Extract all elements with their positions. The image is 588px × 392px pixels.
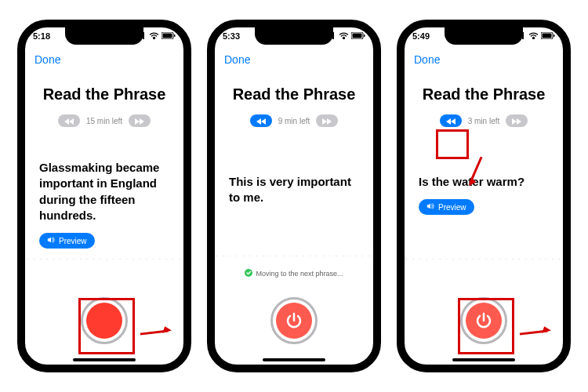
record-button[interactable] [270,297,318,344]
phrase-text: Glassmaking became important in England … [39,160,169,223]
preview-label: Preview [438,203,466,212]
svg-marker-32 [446,118,451,125]
home-indicator [452,358,515,361]
record-button[interactable] [460,297,507,344]
battery-icon [351,31,365,41]
check-icon [245,269,252,278]
status-text: Moving to the next phrase... [256,270,343,278]
status-message: Moving to the next phrase... [215,269,373,278]
svg-marker-10 [140,118,144,125]
wifi-icon [149,31,159,41]
wifi-icon [528,31,539,41]
svg-marker-9 [135,118,140,125]
speaker-icon [426,202,434,212]
notch [65,27,143,45]
timer-row: 3 min left [419,114,549,127]
home-indicator [263,358,325,361]
home-indicator [73,358,136,361]
rewind-icon [445,114,456,128]
content-area: Read the Phrase9 min leftThis is very im… [215,70,373,206]
phrase-text: This is very important to me. [229,174,359,206]
svg-rect-29 [543,34,552,38]
content-area: Read the Phrase15 min leftGlassmaking be… [25,70,183,249]
record-area [405,297,563,344]
done-button[interactable]: Done [34,53,60,66]
navbar: Done [25,49,183,70]
next-button[interactable] [506,114,528,127]
content-area: Read the Phrase3 min leftIs the water wa… [405,70,563,215]
svg-rect-5 [163,34,172,38]
waveform-placeholder: · · · · · · · · · · · · · · · · · · · · … [215,252,373,260]
svg-marker-31 [451,118,456,125]
record-area [25,297,183,344]
preview-button[interactable]: Preview [419,199,474,215]
record-area [215,297,373,344]
forward-icon [134,114,145,128]
previous-button[interactable] [250,114,272,127]
waveform-placeholder: · · · · · · · · · · · · · · · · · · · · … [25,256,183,263]
notch [445,27,523,45]
preview-label: Preview [59,237,87,245]
page-title: Read the Phrase [419,85,549,103]
record-button[interactable] [81,297,128,344]
svg-marker-34 [517,118,521,125]
svg-marker-8 [64,118,69,125]
record-indicator-icon [86,303,122,339]
rewind-icon [256,114,267,128]
stop-indicator-icon [466,303,502,339]
time-remaining: 9 min left [278,117,310,125]
svg-marker-21 [322,118,327,125]
battery-icon [541,31,555,41]
status-time: 5:49 [412,31,430,41]
notch [255,27,333,45]
forward-icon [321,114,332,128]
phone-screen-1: 5:18DoneRead the Phrase15 min leftGlassm… [17,20,191,372]
stop-indicator-icon [276,303,312,339]
timer-row: 15 min left [39,114,169,127]
page-title: Read the Phrase [229,85,359,103]
phone-screen-2: 5:33DoneRead the Phrase9 min leftThis is… [207,20,381,372]
next-button[interactable] [129,114,151,127]
previous-button[interactable] [58,114,80,127]
next-button[interactable] [316,114,338,127]
svg-marker-19 [261,118,266,125]
time-remaining: 15 min left [86,117,122,125]
svg-rect-30 [554,34,555,37]
speaker-icon [47,236,55,245]
previous-button[interactable] [440,114,462,127]
svg-marker-33 [512,118,517,125]
navbar: Done [215,49,373,70]
svg-rect-18 [364,34,365,37]
forward-icon [511,114,522,128]
status-time: 5:33 [223,31,240,41]
svg-rect-6 [174,34,176,37]
done-button[interactable]: Done [414,53,440,66]
phone-screen-3: 5:49DoneRead the Phrase3 min leftIs the … [397,20,571,372]
wifi-icon [339,31,349,41]
status-time: 5:18 [33,31,50,41]
rewind-icon [64,114,74,128]
svg-rect-17 [353,34,362,38]
done-button[interactable]: Done [224,53,250,66]
page-title: Read the Phrase [39,85,169,103]
preview-button[interactable]: Preview [39,233,95,249]
phrase-text: Is the water warm? [419,174,549,190]
timer-row: 9 min left [229,114,359,127]
battery-icon [162,31,176,41]
navbar: Done [405,49,563,70]
svg-marker-22 [327,118,332,125]
svg-marker-20 [256,118,261,125]
svg-point-23 [245,269,252,277]
waveform-placeholder: · · · · · · · · · · · · · · · · · · · · … [405,256,563,263]
time-remaining: 3 min left [468,117,500,125]
svg-marker-7 [69,118,74,125]
